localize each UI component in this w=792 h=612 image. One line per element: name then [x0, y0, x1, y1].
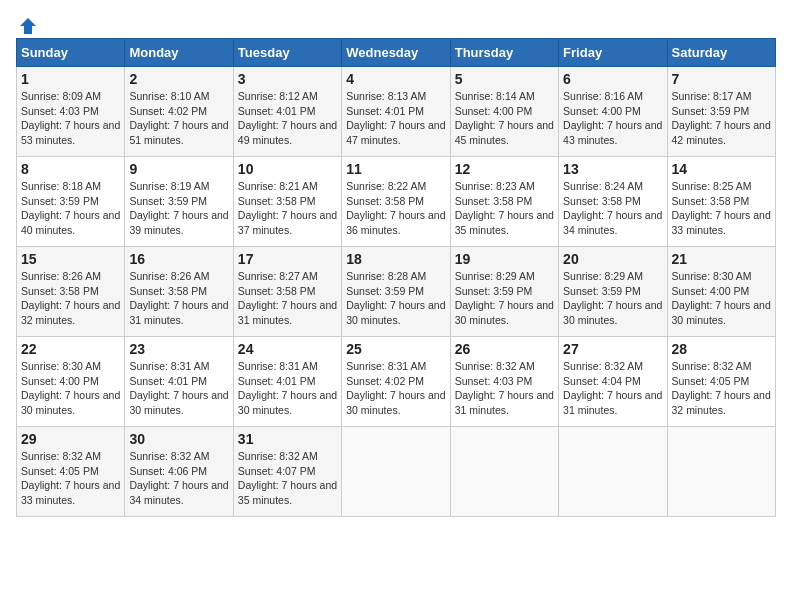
day-number: 5: [455, 71, 554, 87]
day-info: Sunrise: 8:32 AMSunset: 4:03 PMDaylight:…: [455, 359, 554, 418]
weekday-header-row: SundayMondayTuesdayWednesdayThursdayFrid…: [17, 39, 776, 67]
day-info: Sunrise: 8:18 AMSunset: 3:59 PMDaylight:…: [21, 179, 120, 238]
day-info: Sunrise: 8:31 AMSunset: 4:02 PMDaylight:…: [346, 359, 445, 418]
day-number: 20: [563, 251, 662, 267]
calendar-cell: 21 Sunrise: 8:30 AMSunset: 4:00 PMDaylig…: [667, 247, 775, 337]
calendar-cell: 7 Sunrise: 8:17 AMSunset: 3:59 PMDayligh…: [667, 67, 775, 157]
day-number: 21: [672, 251, 771, 267]
day-info: Sunrise: 8:32 AMSunset: 4:04 PMDaylight:…: [563, 359, 662, 418]
weekday-header-thursday: Thursday: [450, 39, 558, 67]
day-info: Sunrise: 8:16 AMSunset: 4:00 PMDaylight:…: [563, 89, 662, 148]
calendar-cell: 30 Sunrise: 8:32 AMSunset: 4:06 PMDaylig…: [125, 427, 233, 517]
calendar-week-row: 22 Sunrise: 8:30 AMSunset: 4:00 PMDaylig…: [17, 337, 776, 427]
calendar-cell: 20 Sunrise: 8:29 AMSunset: 3:59 PMDaylig…: [559, 247, 667, 337]
day-number: 25: [346, 341, 445, 357]
calendar-cell: 4 Sunrise: 8:13 AMSunset: 4:01 PMDayligh…: [342, 67, 450, 157]
calendar-cell: 10 Sunrise: 8:21 AMSunset: 3:58 PMDaylig…: [233, 157, 341, 247]
day-info: Sunrise: 8:32 AMSunset: 4:07 PMDaylight:…: [238, 449, 337, 508]
calendar-cell: 16 Sunrise: 8:26 AMSunset: 3:58 PMDaylig…: [125, 247, 233, 337]
day-info: Sunrise: 8:19 AMSunset: 3:59 PMDaylight:…: [129, 179, 228, 238]
day-number: 27: [563, 341, 662, 357]
day-number: 19: [455, 251, 554, 267]
day-number: 10: [238, 161, 337, 177]
calendar-cell: [667, 427, 775, 517]
day-number: 31: [238, 431, 337, 447]
calendar-week-row: 8 Sunrise: 8:18 AMSunset: 3:59 PMDayligh…: [17, 157, 776, 247]
logo-icon: [18, 16, 38, 36]
day-info: Sunrise: 8:09 AMSunset: 4:03 PMDaylight:…: [21, 89, 120, 148]
calendar-cell: 1 Sunrise: 8:09 AMSunset: 4:03 PMDayligh…: [17, 67, 125, 157]
day-number: 23: [129, 341, 228, 357]
day-number: 16: [129, 251, 228, 267]
day-info: Sunrise: 8:23 AMSunset: 3:58 PMDaylight:…: [455, 179, 554, 238]
calendar-cell: 29 Sunrise: 8:32 AMSunset: 4:05 PMDaylig…: [17, 427, 125, 517]
weekday-header-friday: Friday: [559, 39, 667, 67]
day-number: 1: [21, 71, 120, 87]
day-number: 22: [21, 341, 120, 357]
calendar-cell: [559, 427, 667, 517]
weekday-header-saturday: Saturday: [667, 39, 775, 67]
day-info: Sunrise: 8:26 AMSunset: 3:58 PMDaylight:…: [129, 269, 228, 328]
day-info: Sunrise: 8:28 AMSunset: 3:59 PMDaylight:…: [346, 269, 445, 328]
day-info: Sunrise: 8:13 AMSunset: 4:01 PMDaylight:…: [346, 89, 445, 148]
svg-marker-0: [20, 18, 36, 34]
day-number: 7: [672, 71, 771, 87]
day-info: Sunrise: 8:17 AMSunset: 3:59 PMDaylight:…: [672, 89, 771, 148]
calendar-cell: 6 Sunrise: 8:16 AMSunset: 4:00 PMDayligh…: [559, 67, 667, 157]
calendar-cell: 17 Sunrise: 8:27 AMSunset: 3:58 PMDaylig…: [233, 247, 341, 337]
day-number: 9: [129, 161, 228, 177]
day-number: 29: [21, 431, 120, 447]
calendar-cell: 31 Sunrise: 8:32 AMSunset: 4:07 PMDaylig…: [233, 427, 341, 517]
day-info: Sunrise: 8:32 AMSunset: 4:05 PMDaylight:…: [672, 359, 771, 418]
calendar-cell: 2 Sunrise: 8:10 AMSunset: 4:02 PMDayligh…: [125, 67, 233, 157]
calendar-cell: 27 Sunrise: 8:32 AMSunset: 4:04 PMDaylig…: [559, 337, 667, 427]
day-info: Sunrise: 8:10 AMSunset: 4:02 PMDaylight:…: [129, 89, 228, 148]
day-info: Sunrise: 8:31 AMSunset: 4:01 PMDaylight:…: [238, 359, 337, 418]
day-number: 30: [129, 431, 228, 447]
calendar-cell: 19 Sunrise: 8:29 AMSunset: 3:59 PMDaylig…: [450, 247, 558, 337]
calendar-cell: 25 Sunrise: 8:31 AMSunset: 4:02 PMDaylig…: [342, 337, 450, 427]
calendar-cell: 8 Sunrise: 8:18 AMSunset: 3:59 PMDayligh…: [17, 157, 125, 247]
calendar-cell: 18 Sunrise: 8:28 AMSunset: 3:59 PMDaylig…: [342, 247, 450, 337]
day-number: 2: [129, 71, 228, 87]
calendar-cell: 12 Sunrise: 8:23 AMSunset: 3:58 PMDaylig…: [450, 157, 558, 247]
calendar-cell: 14 Sunrise: 8:25 AMSunset: 3:58 PMDaylig…: [667, 157, 775, 247]
day-info: Sunrise: 8:14 AMSunset: 4:00 PMDaylight:…: [455, 89, 554, 148]
calendar-week-row: 15 Sunrise: 8:26 AMSunset: 3:58 PMDaylig…: [17, 247, 776, 337]
day-info: Sunrise: 8:30 AMSunset: 4:00 PMDaylight:…: [21, 359, 120, 418]
calendar-table: SundayMondayTuesdayWednesdayThursdayFrid…: [16, 38, 776, 517]
calendar-cell: [450, 427, 558, 517]
day-info: Sunrise: 8:30 AMSunset: 4:00 PMDaylight:…: [672, 269, 771, 328]
calendar-cell: 24 Sunrise: 8:31 AMSunset: 4:01 PMDaylig…: [233, 337, 341, 427]
calendar-cell: 23 Sunrise: 8:31 AMSunset: 4:01 PMDaylig…: [125, 337, 233, 427]
day-info: Sunrise: 8:29 AMSunset: 3:59 PMDaylight:…: [563, 269, 662, 328]
day-info: Sunrise: 8:31 AMSunset: 4:01 PMDaylight:…: [129, 359, 228, 418]
calendar-cell: 11 Sunrise: 8:22 AMSunset: 3:58 PMDaylig…: [342, 157, 450, 247]
day-number: 24: [238, 341, 337, 357]
day-number: 28: [672, 341, 771, 357]
day-number: 14: [672, 161, 771, 177]
day-info: Sunrise: 8:25 AMSunset: 3:58 PMDaylight:…: [672, 179, 771, 238]
calendar-cell: 28 Sunrise: 8:32 AMSunset: 4:05 PMDaylig…: [667, 337, 775, 427]
calendar-cell: 22 Sunrise: 8:30 AMSunset: 4:00 PMDaylig…: [17, 337, 125, 427]
day-number: 17: [238, 251, 337, 267]
calendar-cell: 9 Sunrise: 8:19 AMSunset: 3:59 PMDayligh…: [125, 157, 233, 247]
day-number: 8: [21, 161, 120, 177]
day-info: Sunrise: 8:29 AMSunset: 3:59 PMDaylight:…: [455, 269, 554, 328]
day-info: Sunrise: 8:26 AMSunset: 3:58 PMDaylight:…: [21, 269, 120, 328]
day-number: 18: [346, 251, 445, 267]
day-info: Sunrise: 8:32 AMSunset: 4:05 PMDaylight:…: [21, 449, 120, 508]
day-info: Sunrise: 8:22 AMSunset: 3:58 PMDaylight:…: [346, 179, 445, 238]
calendar-cell: 15 Sunrise: 8:26 AMSunset: 3:58 PMDaylig…: [17, 247, 125, 337]
calendar-cell: [342, 427, 450, 517]
day-info: Sunrise: 8:21 AMSunset: 3:58 PMDaylight:…: [238, 179, 337, 238]
calendar-cell: 26 Sunrise: 8:32 AMSunset: 4:03 PMDaylig…: [450, 337, 558, 427]
calendar-cell: 5 Sunrise: 8:14 AMSunset: 4:00 PMDayligh…: [450, 67, 558, 157]
day-info: Sunrise: 8:24 AMSunset: 3:58 PMDaylight:…: [563, 179, 662, 238]
day-info: Sunrise: 8:32 AMSunset: 4:06 PMDaylight:…: [129, 449, 228, 508]
page-header: [16, 16, 776, 28]
day-number: 6: [563, 71, 662, 87]
day-number: 26: [455, 341, 554, 357]
calendar-week-row: 1 Sunrise: 8:09 AMSunset: 4:03 PMDayligh…: [17, 67, 776, 157]
weekday-header-monday: Monday: [125, 39, 233, 67]
